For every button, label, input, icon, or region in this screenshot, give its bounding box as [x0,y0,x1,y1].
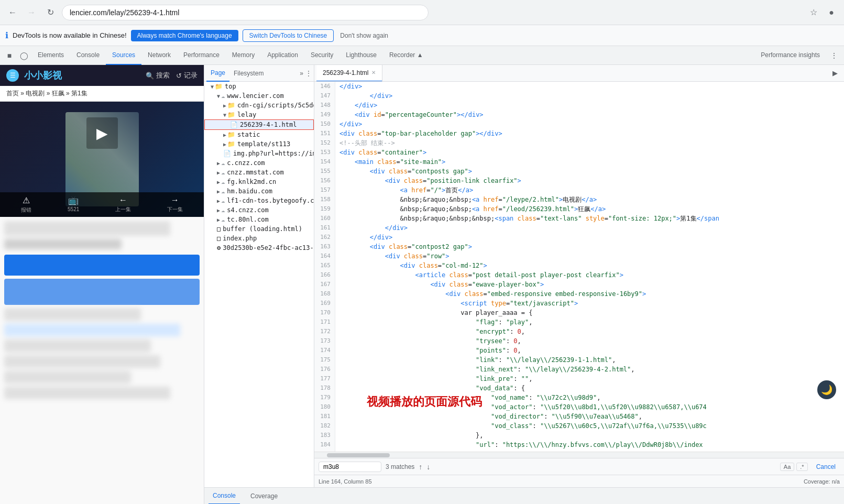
tree-item-cdn[interactable]: ▶ 📁 cdn-cgi/scripts/5c5dd728/ [204,101,314,110]
bookmark-button[interactable]: ☆ [806,5,821,20]
website-panel: ☰ 小小影视 🔍 搜索 ↺ 记录 首页 » 电视剧 » 狂飙 » 第1集 ▶ [0,65,204,504]
website-nav: 🔍 搜索 ↺ 记录 [146,71,198,80]
sidebar-blue-item [4,255,200,276]
tree-item-lelay[interactable]: ▼ 📁 lelay [204,110,314,119]
tree-item-buffer[interactable]: □ buffer (loading.html) [204,224,314,234]
tree-item-cnzz-mm[interactable]: ▶ ☁ cnzz.mmstat.com [204,168,314,177]
notification-text: DevTools is now available in Chinese! [13,31,127,39]
video-controls: ⚠ 报错 📺 5521 ← 上一集 → 下一集 [0,192,204,217]
report-control[interactable]: ⚠ 报错 [21,195,31,214]
forward-button[interactable]: → [24,5,39,20]
tab-security[interactable]: Security [304,46,339,65]
back-button[interactable]: ← [5,5,20,20]
devtools-tabs-bar: ■ ◯ Elements Console Sources Network Per… [0,46,844,65]
sources-left-tabs: Page Filesystem » ⋮ [204,65,314,82]
devtools-source-panel: 256239-4-1.html ✕ ▶ 146 147 148 149 [314,65,844,487]
inspect-icon[interactable]: ■ [2,48,17,63]
search-input[interactable] [319,462,381,472]
tree-item-uuid[interactable]: ⚙ 30d2530b-e5e2-4fbc-ac13-e3c [204,243,314,253]
coverage-status: Coverage: n/a [804,478,840,485]
website-header: ☰ 小小影视 🔍 搜索 ↺ 记录 [0,65,204,86]
tree-item-baidu[interactable]: ▶ ☁ hm.baidu.com [204,187,314,196]
browser-bar: ← → ↻ ☆ ● [0,0,844,25]
tree-item-template[interactable]: ▶ 📁 template/st113 [204,139,314,149]
more-sources-tabs[interactable]: » [300,70,303,77]
source-tab-bar: 256239-4-1.html ✕ ▶ [314,65,844,82]
tree-item-cnzz[interactable]: ▶ ☁ c.cnzz.com [204,158,314,168]
tab-scroll-right[interactable]: ▶ [828,69,842,77]
tree-item-indexphp[interactable]: □ index.php [204,234,314,243]
close-tab-button[interactable]: ✕ [371,70,376,75]
status-bar: Line 164, Column 85 Coverage: n/a [314,475,844,487]
menu-icon[interactable]: ☰ [6,69,19,82]
tab-application[interactable]: Application [261,46,304,65]
tab-memory[interactable]: Memory [226,46,261,65]
search-cancel-button[interactable]: Cancel [812,463,840,470]
tab-recorder[interactable]: Recorder ▲ [383,46,430,65]
next-episode[interactable]: → 下一集 [167,195,183,214]
tree-item-lencier[interactable]: ▼ ☁ www.lencier.com [204,91,314,101]
sources-tree: ▼ 📁 top ▼ ☁ www.lencier.com ▶ 📁 cd [204,82,314,487]
website-logo: 小小影视 [24,69,62,82]
tree-item-tc80[interactable]: ▶ ☁ tc.80nl.com [204,215,314,224]
tree-item-top[interactable]: ▼ 📁 top [204,82,314,91]
devtools-notification: ℹ DevTools is now available in Chinese! … [0,25,844,46]
tab-lighthouse[interactable]: Lighthouse [339,46,383,65]
reload-button[interactable]: ↻ [43,5,58,20]
match-case-button[interactable]: Aa [780,463,794,471]
console-tab-bar: Console Coverage [204,487,844,504]
history-nav-item[interactable]: ↺ 记录 [176,71,198,80]
tree-item-imgphp[interactable]: 📄 img.php?url=https://img2 [204,149,314,158]
tree-item-s4[interactable]: ▶ ☁ s4.cnzz.com [204,205,314,215]
cursor-position: Line 164, Column 85 [319,478,372,485]
switch-chinese-button[interactable]: Switch DevTools to Chinese [243,29,334,42]
url-bar[interactable] [62,5,429,20]
line-numbers: 146 147 148 149 150 151 152 153 154 155 … [314,82,335,452]
coverage-tab[interactable]: Coverage [246,488,282,505]
code-content: </div> </div> </div> <div id="percentage… [335,82,844,452]
tree-item-fg[interactable]: ▶ ☁ fg.knlk2md.cn [204,177,314,187]
sources-left-panel: Page Filesystem » ⋮ ▼ 📁 top ▼ [204,65,314,487]
prev-episode[interactable]: ← 上一集 [115,195,131,214]
search-options: Aa .* [780,463,808,471]
tree-item-256239[interactable]: 📄 256239-4-1.html [204,119,314,130]
tab-sources[interactable]: Sources [106,46,141,65]
tree-item-bytegoofy[interactable]: ▶ ☁ lf1-cdn-tos.bytegoofy.com [204,196,314,205]
episode-number: 📺 5521 [68,195,79,214]
sidebar-content: 🌙 [0,217,204,504]
code-area[interactable]: 146 147 148 149 150 151 152 153 154 155 … [314,82,844,452]
sources-menu[interactable]: ⋮ [305,70,312,77]
match-language-button[interactable]: Always match Chrome's language [131,30,238,41]
search-bar: 3 matches ↑ ↓ Aa .* Cancel [314,458,844,475]
tab-network[interactable]: Network [141,46,177,65]
tree-item-static[interactable]: ▶ 📁 static [204,130,314,139]
horizontal-scrollbar[interactable] [314,452,844,458]
filesystem-tab[interactable]: Filesystem [229,65,268,82]
source-file-tab[interactable]: 256239-4-1.html ✕ [316,65,382,82]
tab-performance[interactable]: Performance [177,46,226,65]
device-icon[interactable]: ◯ [17,48,31,63]
more-tabs-button[interactable]: ⋮ [826,51,842,60]
console-tab[interactable]: Console [209,488,240,505]
dismiss-button[interactable]: Don't show again [340,32,388,39]
prev-match-button[interactable]: ↑ [419,463,422,471]
tab-elements[interactable]: Elements [31,46,70,65]
tab-performance-insights[interactable]: Performance insights [754,46,826,65]
scrollbar-thumb[interactable] [327,453,390,457]
breadcrumb: 首页 » 电视剧 » 狂飙 » 第1集 [0,86,204,102]
video-area: ▶ ⚠ 报错 📺 5521 ← 上一集 [0,102,204,217]
search-nav-item[interactable]: 🔍 搜索 [146,71,170,80]
tab-console[interactable]: Console [70,46,106,65]
page-tab[interactable]: Page [206,65,229,82]
search-matches: 3 matches [386,463,414,470]
account-button[interactable]: ● [824,5,839,20]
info-icon: ℹ [5,30,8,40]
regex-button[interactable]: .* [796,463,807,471]
next-match-button[interactable]: ↓ [426,463,430,471]
